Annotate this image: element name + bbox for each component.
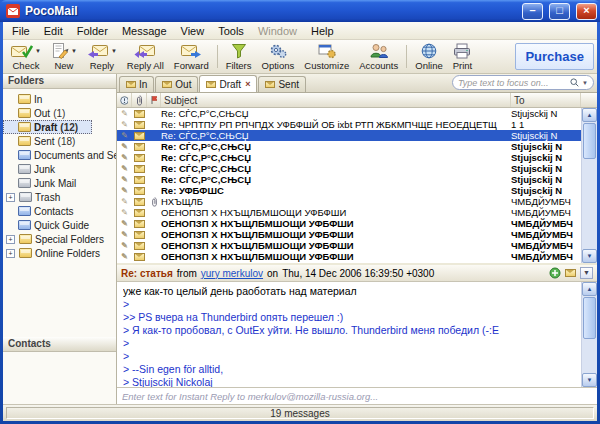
attachment-column-header[interactable] xyxy=(132,93,147,107)
folder-icon xyxy=(18,122,31,132)
folder-icon xyxy=(18,136,31,146)
forward-button[interactable]: Forward xyxy=(169,41,214,72)
check-dropdown-icon[interactable]: ▼ xyxy=(35,48,41,54)
menu-folder[interactable]: Folder xyxy=(70,24,115,38)
tab-out[interactable]: Out xyxy=(155,76,198,92)
search-box: ▼ xyxy=(452,75,594,90)
message-row[interactable]: ✎ Re: ЧРПТПУ РП РПЧПДХ УФБФШЙ ОБ ixbt РТ… xyxy=(117,119,581,130)
purchase-link[interactable]: Purchase xyxy=(515,43,594,70)
scroll-down-icon[interactable]: ▼ xyxy=(582,249,597,263)
message-row[interactable]: ✎ ОЕНОПЗП Х НХЪЩЛБМШОЩИ УФБФШИ ЧМБДЙУМБЧ xyxy=(117,207,581,218)
message-row[interactable]: ✎ ОЕНОПЗП Х НХЪЩЛБМШОЩИ УФБФШИ ЧМБДЙУМБЧ xyxy=(117,229,581,240)
message-row[interactable]: ✎ Re: СЃС‚Р°С‚СЊСЏ Stjujsckij N xyxy=(117,163,581,174)
message-row-selected[interactable]: ✎ Re: СЃС‚Р°С‚СЊСЏ Stjujsckij N xyxy=(117,130,581,141)
tab-close-icon[interactable]: × xyxy=(245,79,250,89)
accounts-button[interactable]: Accounts xyxy=(354,41,403,72)
sidebar-item-out[interactable]: Out (1) xyxy=(3,106,116,120)
menu-message[interactable]: Message xyxy=(115,24,174,38)
message-row[interactable]: ✎ ОЕНОПЗП Х НХЪЩЛБМШОЩИ УФБФШИ ЧМБДЙУМБЧ xyxy=(117,218,581,229)
customize-button[interactable]: Customize xyxy=(299,41,354,72)
message-list-scrollbar[interactable]: ▲ ▼ xyxy=(581,108,597,263)
message-row[interactable]: ✎ Re: СЃС‚Р°С‚СЊСЏ Stjujsckij N xyxy=(117,141,581,152)
message-row[interactable]: ✎ ОЕНОПЗП Х НХЪЩЛБМШОЩИ УФБФШИ ЧМБДЙУМБЧ xyxy=(117,240,581,251)
toolbar-separator xyxy=(217,45,218,68)
expand-icon[interactable]: + xyxy=(6,193,15,202)
sidebar: Folders In Out (1) Draft (12) xyxy=(3,74,117,404)
reply-dropdown-icon[interactable]: ▼ xyxy=(111,48,117,54)
sidebar-item-quick-guide[interactable]: Quick Guide xyxy=(3,218,116,232)
preview-scrollbar[interactable]: ▲ ▼ xyxy=(581,282,597,387)
body-line: > Stjujsckij Nickolaj xyxy=(123,376,577,387)
message-row[interactable]: ✎ Re: СЃС‚Р°С‚СЊСЏ Stjujsckij N xyxy=(117,174,581,185)
contacts-panel-header[interactable]: Contacts xyxy=(3,337,116,352)
scroll-up-icon[interactable]: ▲ xyxy=(582,282,597,296)
menu-tools[interactable]: Tools xyxy=(211,24,251,38)
tab-draft[interactable]: Draft × xyxy=(199,75,257,92)
preview-options-dropdown-icon[interactable]: ▼ xyxy=(580,267,593,279)
to-column-header[interactable]: To xyxy=(511,93,581,107)
tabbar: In Out Draft × Sent xyxy=(117,74,597,93)
compose-icon xyxy=(51,43,69,59)
priority-column-header[interactable] xyxy=(117,93,132,107)
sidebar-item-trash[interactable]: + Trash xyxy=(3,190,116,204)
reply-button[interactable]: ▼ Reply xyxy=(82,41,122,72)
search-input[interactable] xyxy=(458,78,567,88)
tab-sent[interactable]: Sent xyxy=(258,76,306,92)
menu-help[interactable]: Help xyxy=(304,24,341,38)
search-icon[interactable] xyxy=(570,78,579,87)
sidebar-item-in[interactable]: In xyxy=(3,92,116,106)
new-button[interactable]: ▼ New xyxy=(46,41,82,72)
folders-panel-header[interactable]: Folders xyxy=(3,74,116,89)
sidebar-item-sent[interactable]: Sent (18) xyxy=(3,134,116,148)
minimize-button[interactable]: – xyxy=(522,3,543,20)
search-dropdown-icon[interactable]: ▼ xyxy=(582,80,588,86)
message-row[interactable]: ✎ Re: УФБФШС Stjujsckij N xyxy=(117,185,581,196)
menu-edit[interactable]: Edit xyxy=(37,24,70,38)
message-row[interactable]: ✎ ОЕНОПЗП Х НХЪЩЛБМШОЩИ УФБФШИ ЧМБДЙУМБЧ xyxy=(117,251,581,262)
maximize-button[interactable]: □ xyxy=(549,3,570,20)
expand-icon[interactable]: + xyxy=(6,235,15,244)
sidebar-item-online-folders[interactable]: + Online Folders xyxy=(3,246,116,260)
mail-icon[interactable] xyxy=(565,269,576,277)
sidebar-item-contacts[interactable]: Contacts xyxy=(3,204,116,218)
print-button[interactable]: Print xyxy=(448,41,478,72)
instant-reply-input[interactable] xyxy=(122,391,592,402)
draft-status-icon: ✎ xyxy=(117,219,132,229)
envelope-icon xyxy=(134,220,145,228)
check-button[interactable]: ▼ Check xyxy=(6,41,46,72)
scroll-thumb[interactable] xyxy=(583,123,596,159)
draft-status-icon: ✎ xyxy=(117,142,132,152)
tab-in[interactable]: In xyxy=(119,76,154,92)
subject-column-header[interactable]: Subject xyxy=(161,93,511,107)
online-button[interactable]: Online xyxy=(410,41,447,72)
sidebar-item-draft[interactable]: Draft (12) xyxy=(3,120,92,134)
accounts-people-icon xyxy=(369,43,389,59)
sender-link[interactable]: yury merkulov xyxy=(201,268,263,279)
menu-file[interactable]: File xyxy=(5,24,37,38)
message-row[interactable]: ✎ НХЪЩЛБ ЧМБДЙУМБЧ xyxy=(117,196,581,207)
new-dropdown-icon[interactable]: ▼ xyxy=(71,48,77,54)
draft-status-icon: ✎ xyxy=(117,197,132,207)
scroll-down-icon[interactable]: ▼ xyxy=(582,373,597,387)
draft-status-icon: ✎ xyxy=(117,120,132,130)
sidebar-item-documents-and-settings[interactable]: Documents and Settings xyxy=(3,148,116,162)
mail-tab-icon xyxy=(126,81,136,88)
sidebar-item-junk-mail[interactable]: Junk Mail xyxy=(3,176,116,190)
sidebar-item-special-folders[interactable]: + Special Folders xyxy=(3,232,116,246)
menu-view[interactable]: View xyxy=(174,24,212,38)
draft-status-icon: ✎ xyxy=(117,164,132,174)
add-contact-icon[interactable] xyxy=(549,267,561,279)
filters-button[interactable]: Filters xyxy=(221,41,257,72)
message-row[interactable]: ✎ Re: СЃС‚Р°С‚СЊСЏ Stjujsckij N xyxy=(117,152,581,163)
reply-all-button[interactable]: Reply All xyxy=(122,41,169,72)
flag-column-header[interactable] xyxy=(147,93,161,107)
expand-icon[interactable]: + xyxy=(6,249,15,258)
envelope-icon xyxy=(134,154,145,162)
scroll-up-icon[interactable]: ▲ xyxy=(582,108,597,122)
scroll-thumb[interactable] xyxy=(583,297,596,339)
sidebar-item-junk[interactable]: Junk xyxy=(3,162,116,176)
close-button[interactable]: × xyxy=(576,3,597,20)
options-button[interactable]: Options xyxy=(257,41,300,72)
message-row[interactable]: ✎ Re: СЃС‚Р°С‚СЊСЏ Stjujsckij N xyxy=(117,108,581,119)
window-title: PocoMail xyxy=(25,4,516,18)
